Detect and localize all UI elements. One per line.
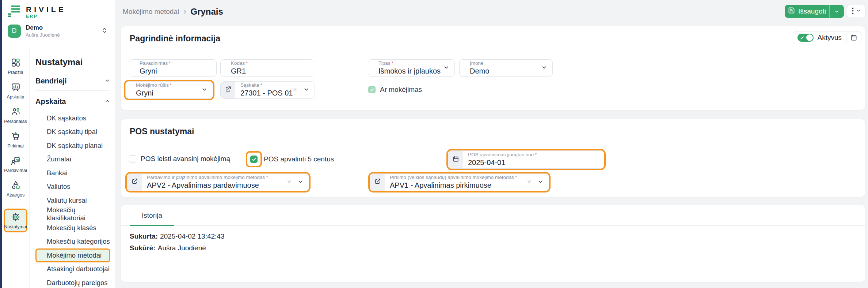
external-link-icon xyxy=(225,86,231,94)
save-button[interactable]: Išsaugoti xyxy=(785,5,829,18)
clear-x-icon[interactable] xyxy=(527,179,532,186)
rail-item-apskaita[interactable]: Apskaita xyxy=(2,82,29,100)
chevron-down-icon xyxy=(201,86,208,94)
pardavimo-metodas-select[interactable]: Pardavimo ir grąžinimo apvalinimo mokėji… xyxy=(127,173,309,191)
active-control: Aktyvus xyxy=(793,31,861,44)
chevron-down-icon xyxy=(443,64,449,72)
checkbox-highlight xyxy=(246,151,262,167)
more-actions-button[interactable] xyxy=(847,5,866,18)
menu-item[interactable]: Darbuotojų pareigos xyxy=(35,276,110,288)
required-marker: * xyxy=(169,60,171,66)
menu-item[interactable]: Mokesčių kategorijos xyxy=(35,235,110,249)
pavadinimas-field[interactable]: Pavadinimas* Gryni xyxy=(129,59,217,77)
pos-apvalinti-checkbox[interactable]: POS apvalinti 5 centus xyxy=(246,151,334,167)
rail-item-nustatymai[interactable]: Nustatymai xyxy=(4,209,27,232)
tab-istorija[interactable]: Istorija xyxy=(130,205,174,226)
menu-item[interactable]: Valiutos xyxy=(35,180,110,194)
avatar: D xyxy=(8,25,21,38)
rail-label: Pardavimai xyxy=(4,168,27,173)
field-label: Kodas xyxy=(231,60,245,66)
field-label: Mokėjimo rūšis xyxy=(136,82,169,88)
imone-select[interactable]: Įmonė Demo xyxy=(459,59,553,77)
tipas-select[interactable]: Tipas* Išmokos ir įplaukos xyxy=(368,59,455,77)
checkbox-checked-icon xyxy=(250,156,258,163)
field-label: Sąskaita xyxy=(240,82,259,88)
side-body: Pradžia Apskaita xyxy=(2,48,115,288)
sales-method-highlight: Pardavimo ir grąžinimo apvalinimo mokėji… xyxy=(125,172,311,192)
workspace-name: Demo xyxy=(26,24,60,31)
required-marker: * xyxy=(266,175,268,180)
side-panel: RIVILE ERP D Demo Aušra Juodienė xyxy=(2,0,115,288)
people-icon xyxy=(11,107,20,118)
pos-apvalinimas-nuo-datefield[interactable]: POS apvalinimas įjungtas nuo* 2025-04-01 xyxy=(448,150,604,169)
required-marker: * xyxy=(392,60,393,66)
brand-suffix: ERP xyxy=(26,14,66,19)
field-label: Pirkimo (veiklos sąnaudų) apvalinimo mok… xyxy=(390,175,514,180)
ar-mokejimas-checkbox[interactable]: Ar mokėjimas xyxy=(368,86,422,94)
rail-item-atsargos[interactable]: Atsargos xyxy=(2,180,29,198)
save-label: Išsaugoti xyxy=(798,7,826,15)
mokejimo-rusis-select[interactable]: Mokėjimo rūšis* Gryni xyxy=(125,81,213,99)
workspace-switcher[interactable]: D Demo Aušra Juodienė xyxy=(2,21,115,38)
pirkimo-metodas-select[interactable]: Pirkimo (veiklos sąnaudų) apvalinimo mok… xyxy=(370,173,549,191)
required-marker: * xyxy=(515,175,517,180)
menu-item[interactable]: DK sąskaitų tipai xyxy=(35,125,110,139)
section-title: Pagrindinė informacija xyxy=(130,34,220,44)
author-line: Sukūrė:Aušra Juodienė xyxy=(130,244,206,252)
required-marker: * xyxy=(535,152,537,157)
menu-item[interactable]: Atsakingi darbuotojai xyxy=(35,262,110,276)
rail-label: Personalas xyxy=(4,119,27,124)
breadcrumb-current: Grynais xyxy=(191,7,223,17)
menu-item[interactable]: Mokesčių klasifikatoriai xyxy=(35,207,110,221)
module-rail: Pradžia Apskaita xyxy=(2,48,30,288)
open-reference-button[interactable] xyxy=(127,174,142,191)
pos-avansinis-checkbox[interactable]: POS leisti avansinį mokėjimą xyxy=(129,155,230,163)
menu-item[interactable]: DK sąskaitos xyxy=(35,111,110,125)
menu-list: DK sąskaitos DK sąskaitų tipai DK sąskai… xyxy=(35,111,110,288)
rail-label: Pirkimai xyxy=(7,143,23,149)
saskaita-select[interactable]: Sąskaita* 27301 - POS 01 xyxy=(220,81,315,99)
save-split-button: Išsaugoti xyxy=(785,5,844,18)
menu-item[interactable]: Valiutų kursai xyxy=(35,194,110,207)
history-card: Istorija Sukurta:2025-04-02 13:42:43 Suk… xyxy=(121,205,865,282)
save-options-button[interactable] xyxy=(829,5,844,18)
purchase-method-highlight: Pirkimo (veiklos sąnaudų) apvalinimo mok… xyxy=(368,172,551,192)
active-toggle[interactable]: Aktyvus xyxy=(793,34,846,42)
brand[interactable]: RIVILE ERP xyxy=(2,0,115,21)
field-value: GR1 xyxy=(231,67,314,75)
author-value: Aušra Juodienė xyxy=(158,244,206,252)
tabs-row: Istorija xyxy=(121,205,865,226)
checkbox-empty-icon xyxy=(129,155,136,162)
rail-item-personalas[interactable]: Personalas xyxy=(2,107,29,124)
menu-item-active[interactable]: Mokėjimo metodai xyxy=(35,248,110,262)
updown-caret-icon xyxy=(102,27,107,35)
menu-item[interactable]: DK sąskaitų planai xyxy=(35,139,110,153)
created-value: 2025-04-02 13:42:43 xyxy=(160,232,224,240)
validity-calendar-button[interactable] xyxy=(846,31,861,44)
menu-item[interactable]: Mokesčių klasės xyxy=(35,221,110,235)
menu-group-bendrieji[interactable]: Bendrieji xyxy=(35,77,110,85)
clear-x-icon[interactable] xyxy=(293,87,297,93)
menu-group-apskaita[interactable]: Apskaita xyxy=(35,97,110,106)
chevron-down-icon xyxy=(541,64,547,72)
rail-label: Atsargos xyxy=(7,192,24,198)
required-marker: * xyxy=(246,60,248,66)
external-link-icon xyxy=(131,178,138,186)
author-label: Sukūrė: xyxy=(130,244,156,252)
payment-kind-highlight: Mokėjimo rūšis* Gryni xyxy=(124,80,214,100)
open-reference-button[interactable] xyxy=(221,82,235,98)
home-grid-icon xyxy=(11,58,20,69)
open-reference-button[interactable] xyxy=(370,174,385,191)
kodas-field[interactable]: Kodas* GR1 xyxy=(220,59,314,77)
rail-item-pardavimai[interactable]: Pardavimai xyxy=(2,156,29,173)
open-calendar-button[interactable] xyxy=(448,151,463,168)
clear-x-icon[interactable] xyxy=(287,179,292,186)
rail-item-pirkimai[interactable]: Pirkimai xyxy=(2,131,29,149)
rail-label: Apskaita xyxy=(7,94,24,100)
breadcrumb-parent-link[interactable]: Mokėjimo metodai xyxy=(123,8,179,16)
menu-item[interactable]: Žurnalai xyxy=(35,153,110,167)
active-toggle-label: Aktyvus xyxy=(817,34,842,42)
menu-item[interactable]: Bankai xyxy=(35,166,110,180)
required-marker: * xyxy=(260,82,262,88)
rail-item-pradzia[interactable]: Pradžia xyxy=(2,58,29,75)
